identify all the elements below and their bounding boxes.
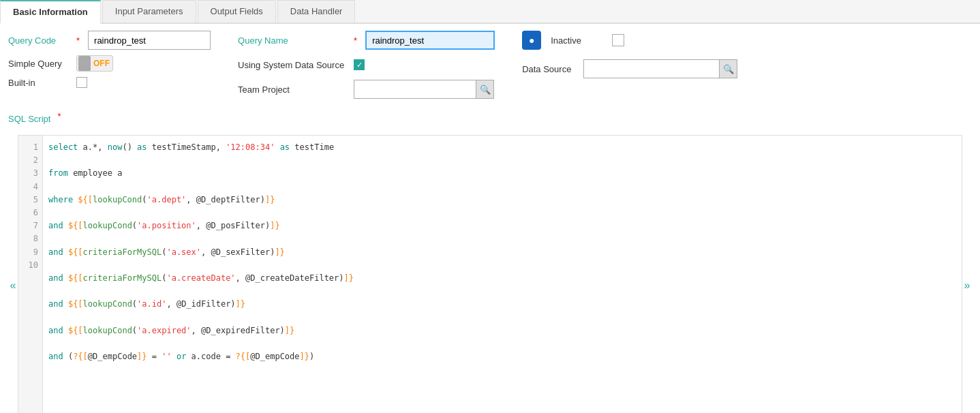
code-line-2: from employee a bbox=[48, 167, 956, 180]
sql-script-section: SQL Script * « 1 2 3 4 5 6 7 8 9 10 bbox=[8, 108, 972, 413]
query-code-label: Query Code bbox=[8, 35, 70, 46]
outer-editor-layout: « 1 2 3 4 5 6 7 8 9 10 select a.*, now()… bbox=[8, 129, 972, 413]
using-system-ds-row: Using System Data Source ✓ bbox=[238, 59, 495, 70]
right-section: ● Inactive Data Source 🔍 bbox=[522, 31, 737, 104]
data-source-row: Data Source 🔍 bbox=[522, 59, 737, 78]
sql-script-required: * bbox=[57, 111, 61, 121]
query-name-label: Query Name bbox=[238, 35, 347, 46]
code-editor[interactable]: select a.*, now() as testTimeStamp, '12:… bbox=[42, 135, 962, 413]
query-code-input[interactable] bbox=[88, 31, 211, 50]
data-source-search-btn[interactable]: 🔍 bbox=[720, 59, 737, 78]
toggle-label: OFF bbox=[92, 59, 112, 68]
inactive-row: ● Inactive bbox=[522, 31, 737, 50]
tab-data-handler[interactable]: Data Handler bbox=[277, 0, 356, 22]
code-line-3: where ${[lookupCond('a.dept', @D_deptFil… bbox=[48, 194, 956, 206]
team-project-search-btn[interactable]: 🔍 bbox=[476, 80, 494, 99]
inactive-checkbox[interactable] bbox=[612, 34, 624, 46]
code-line-8: and ${[lookupCond('a.expired', @D_expire… bbox=[48, 324, 956, 337]
left-collapse-arrow[interactable]: « bbox=[8, 129, 18, 413]
inactive-icon: ● bbox=[522, 31, 541, 50]
middle-section: Query Name * Using System Data Source ✓ … bbox=[238, 31, 495, 104]
line-num-8: 8 bbox=[22, 232, 38, 245]
built-in-row: Built-in bbox=[8, 77, 211, 88]
simple-query-label: Simple Query bbox=[8, 59, 70, 69]
code-line-7: and ${[lookupCond('a.id', @D_idFilter)]} bbox=[48, 298, 956, 311]
built-in-checkbox[interactable] bbox=[76, 77, 87, 88]
tab-bar: Basic Information Input Parameters Outpu… bbox=[0, 0, 980, 24]
line-num-4: 4 bbox=[22, 181, 38, 194]
toggle-knob bbox=[78, 56, 91, 71]
simple-query-toggle[interactable]: OFF bbox=[76, 55, 113, 72]
line-num-5: 5 bbox=[22, 194, 38, 206]
query-name-input[interactable] bbox=[365, 31, 495, 50]
code-line-9: and (?{[@D_empCode]} = '' or a.code = ?{… bbox=[48, 350, 956, 363]
line-num-9: 9 bbox=[22, 246, 38, 259]
code-line-5: and ${[criteriaForMySQL('a.sex', @D_sexF… bbox=[48, 246, 956, 259]
using-system-ds-label: Using System Data Source bbox=[238, 60, 347, 70]
tab-output-fields[interactable]: Output Fields bbox=[198, 0, 276, 22]
main-content: Query Code * Simple Query OFF Built-in Q… bbox=[0, 24, 980, 413]
code-line-6: and ${[criteriaForMySQL('a.createDate', … bbox=[48, 272, 956, 285]
line-num-7: 7 bbox=[22, 219, 38, 232]
data-source-search: 🔍 bbox=[583, 59, 737, 78]
code-line-1: select a.*, now() as testTimeStamp, '12:… bbox=[48, 141, 956, 154]
form-grid: Query Code * Simple Query OFF Built-in Q… bbox=[8, 31, 972, 104]
using-system-ds-checkbox[interactable]: ✓ bbox=[354, 59, 365, 70]
sql-script-row: SQL Script * bbox=[8, 108, 972, 124]
line-num-10: 10 bbox=[22, 259, 38, 272]
simple-query-row: Simple Query OFF bbox=[8, 55, 211, 72]
line-num-6: 6 bbox=[22, 206, 38, 219]
left-section: Query Code * Simple Query OFF Built-in bbox=[8, 31, 211, 104]
sql-script-label: SQL Script bbox=[8, 114, 50, 124]
data-source-label: Data Source bbox=[522, 64, 577, 74]
line-num-3: 3 bbox=[22, 167, 38, 180]
data-source-input[interactable] bbox=[583, 59, 720, 78]
code-line-10 bbox=[48, 376, 956, 389]
code-editor-wrapper: 1 2 3 4 5 6 7 8 9 10 select a.*, now() a… bbox=[18, 135, 962, 413]
code-line-4: and ${[lookupCond('a.position', @D_posFi… bbox=[48, 219, 956, 232]
tab-input-parameters[interactable]: Input Parameters bbox=[102, 0, 196, 22]
query-name-required: * bbox=[354, 35, 357, 46]
team-project-search: 🔍 bbox=[354, 80, 494, 99]
team-project-input[interactable] bbox=[354, 80, 476, 99]
line-num-1: 1 bbox=[22, 141, 38, 154]
tab-basic-information[interactable]: Basic Information bbox=[0, 0, 101, 24]
inactive-label: Inactive bbox=[551, 35, 605, 46]
team-project-row: Team Project 🔍 bbox=[238, 80, 495, 99]
query-name-row: Query Name * bbox=[238, 31, 495, 50]
right-collapse-arrow[interactable]: » bbox=[962, 129, 972, 413]
line-numbers: 1 2 3 4 5 6 7 8 9 10 bbox=[18, 135, 42, 413]
built-in-label: Built-in bbox=[8, 78, 70, 88]
query-code-row: Query Code * bbox=[8, 31, 211, 50]
line-num-2: 2 bbox=[22, 154, 38, 167]
team-project-label: Team Project bbox=[238, 85, 347, 95]
query-code-required: * bbox=[76, 35, 80, 46]
